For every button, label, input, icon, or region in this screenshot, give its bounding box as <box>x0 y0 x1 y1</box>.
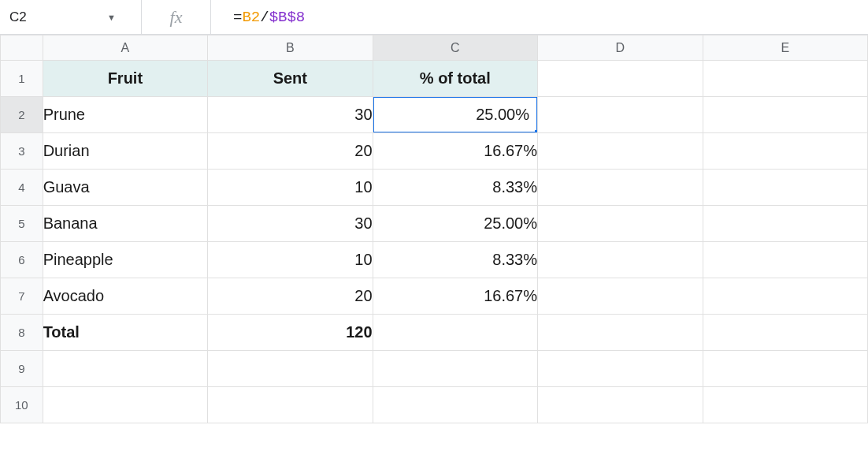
cell-c6[interactable]: 8.33% <box>373 242 537 278</box>
cell-d10[interactable] <box>538 387 703 423</box>
row-header-3[interactable]: 3 <box>1 133 43 170</box>
cell-e3[interactable] <box>703 133 868 170</box>
cell-c2[interactable]: 25.00% <box>373 97 537 133</box>
cell-b7[interactable]: 20 <box>208 278 373 315</box>
cell-e4[interactable] <box>703 170 868 206</box>
row-header-1[interactable]: 1 <box>1 61 43 97</box>
name-box-dropdown-icon[interactable]: ▼ <box>102 8 121 27</box>
cell-a5[interactable]: Banana <box>43 206 207 242</box>
cell-c7[interactable]: 16.67% <box>373 278 537 315</box>
row-9: 9 <box>1 351 868 387</box>
row-6: 6 Pineapple 10 8.33% <box>1 242 868 278</box>
row-header-4[interactable]: 4 <box>1 170 43 206</box>
cell-b9[interactable] <box>208 351 373 387</box>
cell-e1[interactable] <box>703 61 868 97</box>
cell-e5[interactable] <box>703 206 868 242</box>
cell-d2[interactable] <box>538 97 703 133</box>
cell-c1[interactable]: % of total <box>373 61 537 97</box>
formula-op: / <box>260 9 269 26</box>
cell-b4[interactable]: 10 <box>208 170 373 206</box>
cell-a1[interactable]: Fruit <box>43 61 207 97</box>
fx-icon[interactable]: fx <box>142 0 211 34</box>
col-header-b[interactable]: B <box>208 35 373 61</box>
cell-e6[interactable] <box>703 242 868 278</box>
cell-d9[interactable] <box>538 351 703 387</box>
cell-a6[interactable]: Pineapple <box>43 242 207 278</box>
formula-ref-b8: $B$8 <box>269 9 306 26</box>
cell-a4[interactable]: Guava <box>43 170 207 206</box>
row-header-8[interactable]: 8 <box>1 315 43 351</box>
col-header-e[interactable]: E <box>703 35 868 61</box>
cell-a9[interactable] <box>43 351 207 387</box>
formula-bar: ▼ fx =B2/$B$8 <box>0 0 868 35</box>
cell-c2-value: 25.00% <box>476 106 529 124</box>
cell-c3[interactable]: 16.67% <box>373 133 537 170</box>
cell-b6[interactable]: 10 <box>208 242 373 278</box>
cell-b3[interactable]: 20 <box>208 133 373 170</box>
formula-ref-b2: B2 <box>242 9 260 26</box>
row-header-7[interactable]: 7 <box>1 278 43 315</box>
cell-c10[interactable] <box>373 387 537 423</box>
row-header-5[interactable]: 5 <box>1 206 43 242</box>
cell-d4[interactable] <box>538 170 703 206</box>
formula-eq: = <box>233 9 242 26</box>
formula-input[interactable]: =B2/$B$8 <box>211 0 868 34</box>
cell-e2[interactable] <box>703 97 868 133</box>
row-header-9[interactable]: 9 <box>1 351 43 387</box>
cell-d5[interactable] <box>538 206 703 242</box>
cell-a8[interactable]: Total <box>43 315 207 351</box>
cell-e10[interactable] <box>703 387 868 423</box>
cell-d6[interactable] <box>538 242 703 278</box>
cell-e9[interactable] <box>703 351 868 387</box>
row-3: 3 Durian 20 16.67% <box>1 133 868 170</box>
row-2: 2 Prune 30 25.00% <box>1 97 868 133</box>
cell-d1[interactable] <box>538 61 703 97</box>
row-5: 5 Banana 30 25.00% <box>1 206 868 242</box>
row-1: 1 Fruit Sent % of total <box>1 61 868 97</box>
cell-e8[interactable] <box>703 315 868 351</box>
cell-a10[interactable] <box>43 387 207 423</box>
col-header-a[interactable]: A <box>43 35 207 61</box>
cell-c9[interactable] <box>373 351 537 387</box>
row-8: 8 Total 120 <box>1 315 868 351</box>
cell-c5[interactable]: 25.00% <box>373 206 537 242</box>
cell-d7[interactable] <box>538 278 703 315</box>
cell-d3[interactable] <box>538 133 703 170</box>
row-header-10[interactable]: 10 <box>1 387 43 423</box>
column-header-row: A B C D E <box>1 35 868 61</box>
cell-a2[interactable]: Prune <box>43 97 207 133</box>
spreadsheet-grid[interactable]: A B C D E 1 Fruit Sent % of total 2 Prun… <box>0 35 868 423</box>
cell-b2[interactable]: 30 <box>208 97 373 133</box>
cell-d8[interactable] <box>538 315 703 351</box>
col-header-d[interactable]: D <box>538 35 703 61</box>
row-header-2[interactable]: 2 <box>1 97 43 133</box>
cell-c8[interactable] <box>373 315 537 351</box>
cell-a3[interactable]: Durian <box>43 133 207 170</box>
cell-b5[interactable]: 30 <box>208 206 373 242</box>
name-box-input[interactable] <box>8 9 102 26</box>
row-header-6[interactable]: 6 <box>1 242 43 278</box>
row-4: 4 Guava 10 8.33% <box>1 170 868 206</box>
select-all-corner[interactable] <box>1 35 43 61</box>
col-header-c[interactable]: C <box>373 35 537 61</box>
cell-a7[interactable]: Avocado <box>43 278 207 315</box>
row-7: 7 Avocado 20 16.67% <box>1 278 868 315</box>
fill-handle[interactable] <box>535 130 538 133</box>
cell-b1[interactable]: Sent <box>208 61 373 97</box>
row-10: 10 <box>1 387 868 423</box>
cell-e7[interactable] <box>703 278 868 315</box>
cell-b10[interactable] <box>208 387 373 423</box>
cell-b8[interactable]: 120 <box>208 315 373 351</box>
name-box-wrap: ▼ <box>0 0 142 34</box>
cell-c4[interactable]: 8.33% <box>373 170 537 206</box>
